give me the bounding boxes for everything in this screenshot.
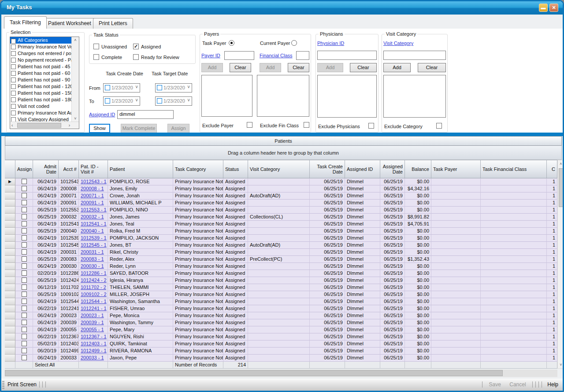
patient-visit-link[interactable]: 200040 - 1 bbox=[81, 228, 104, 233]
column-header-taskfin[interactable]: Task Financial Class bbox=[481, 160, 547, 178]
exclude-fin-class-checkbox[interactable] bbox=[304, 122, 309, 128]
patient-visit-link[interactable]: 1012553 - 1 bbox=[81, 207, 107, 212]
physician-listbox[interactable] bbox=[317, 75, 377, 118]
table-row[interactable]: 06/22/1910123671012367 - 1NGUYEN, RishiP… bbox=[5, 333, 557, 340]
assign-checkbox[interactable] bbox=[22, 348, 27, 353]
scroll-thumb[interactable] bbox=[17, 123, 61, 128]
table-row[interactable]: 06/24/1910125441012544 - 1Washington, Sa… bbox=[5, 298, 557, 305]
column-header-taskcat[interactable]: Task Category bbox=[173, 160, 223, 178]
item-checkbox[interactable] bbox=[11, 58, 16, 63]
assign-checkbox[interactable] bbox=[22, 292, 27, 297]
table-row[interactable]: 06/24/19200071200071 - 1Crowe, JonahPrim… bbox=[5, 192, 557, 200]
ready-for-review-checkbox[interactable] bbox=[133, 54, 139, 60]
assign-checkbox[interactable] bbox=[22, 179, 27, 184]
selection-list-item[interactable]: Patient has not paid - 150 d bbox=[10, 90, 72, 96]
assign-checkbox[interactable] bbox=[22, 242, 27, 248]
close-button[interactable]: ✕ bbox=[549, 4, 558, 12]
item-checkbox[interactable] bbox=[11, 111, 16, 115]
finclass-clear-button[interactable]: Clear bbox=[288, 63, 309, 72]
table-row[interactable]: 06/25/19200040200040 - 1Rolka, Fred MPri… bbox=[5, 228, 557, 235]
task-payer-radio[interactable] bbox=[229, 40, 234, 46]
assigned-checkbox[interactable] bbox=[133, 44, 139, 49]
date-checkbox[interactable] bbox=[105, 98, 110, 104]
table-row[interactable]: 06/25/19200032200032 - 1Jones, JamesPrim… bbox=[5, 214, 557, 221]
table-row[interactable]: 06/24/1910125411012541 - 1Jones, TealPri… bbox=[5, 221, 557, 228]
group-by-band[interactable]: Drag a column header here to group by th… bbox=[5, 146, 562, 160]
show-button[interactable]: Show bbox=[89, 124, 110, 133]
selection-list-item[interactable]: Primary Insurance Not Verif bbox=[10, 44, 72, 50]
cancel-button[interactable]: Cancel bbox=[509, 381, 526, 388]
patient-visit-link[interactable]: 200033 - 1 bbox=[81, 355, 104, 360]
assign-checkbox[interactable] bbox=[22, 270, 27, 276]
column-header-admit[interactable]: Admit Date bbox=[33, 160, 59, 178]
table-row[interactable]: 06/25/1910124241012424 - 2Iglesia, Hiran… bbox=[5, 277, 557, 284]
column-header-createdate[interactable]: Task Create Date bbox=[310, 160, 345, 178]
table-row[interactable]: 06/24/19200039200039 - 1Washington, Tamm… bbox=[5, 319, 557, 326]
physician-id-link[interactable]: Physician ID bbox=[317, 41, 344, 46]
selection-list-item[interactable]: Visit not coded bbox=[10, 103, 72, 110]
table-row[interactable]: 06/24/19200008200008 - 1Jones, EmilyPrim… bbox=[5, 185, 557, 192]
column-header-balance[interactable]: Balance bbox=[405, 160, 431, 178]
selection-horizontal-scrollbar[interactable]: ‹ › bbox=[10, 122, 79, 129]
table-row[interactable]: 06/24/1910125451012545 - 1Jones, BTPrima… bbox=[5, 242, 557, 249]
date-checkbox[interactable] bbox=[157, 98, 162, 104]
help-button[interactable]: Help bbox=[547, 381, 558, 388]
assign-checkbox[interactable] bbox=[22, 186, 27, 191]
payer-listbox[interactable] bbox=[201, 75, 252, 117]
selection-list-item[interactable]: Patient has not paid - 60 da bbox=[10, 70, 72, 77]
financial-class-link[interactable]: Financial Class bbox=[260, 53, 293, 58]
print-screen-button[interactable]: Print Screen bbox=[7, 381, 37, 388]
exclude-category-checkbox[interactable] bbox=[436, 123, 442, 129]
assigned-id-link[interactable]: Assigned ID bbox=[89, 112, 115, 117]
item-checkbox[interactable] bbox=[11, 44, 16, 49]
scroll-thumb[interactable] bbox=[559, 168, 563, 207]
patient-visit-link[interactable]: 200032 - 1 bbox=[81, 214, 104, 219]
to-target-datepicker[interactable]: 1/23/2020 ˅ bbox=[155, 96, 192, 106]
payer-add-button[interactable]: Add bbox=[201, 63, 223, 72]
assign-checkbox[interactable] bbox=[22, 306, 27, 311]
column-header-assigneddate[interactable]: Assigned Date bbox=[380, 160, 405, 178]
grid-vertical-scrollbar[interactable]: ˄ ˅ bbox=[557, 160, 564, 369]
patient-visit-link[interactable]: 200030 - 1 bbox=[81, 263, 104, 269]
column-header-patient[interactable]: Patient bbox=[108, 160, 173, 178]
column-header-c[interactable]: C bbox=[547, 160, 557, 178]
column-header-patvisit[interactable]: Pat. ID - Visit # bbox=[79, 160, 108, 178]
date-checkbox[interactable] bbox=[105, 85, 110, 90]
patient-visit-link[interactable]: 1012403 - 1 bbox=[81, 341, 107, 346]
exclude-physicians-checkbox[interactable] bbox=[368, 123, 374, 129]
selection-list-item[interactable]: Patient has not paid - 120 d bbox=[10, 83, 72, 90]
assign-checkbox[interactable] bbox=[22, 263, 27, 269]
table-row[interactable]: 06/25/1910091021009102 - 2MILLER, JOSEPH… bbox=[5, 291, 557, 298]
patient-visit-link[interactable]: 1012286 - 1 bbox=[81, 270, 107, 276]
table-row[interactable]: 06/12/1910117021011702 - 2THIELEN, SAMMI… bbox=[5, 284, 557, 291]
minimize-button[interactable]: ▬ bbox=[539, 4, 548, 12]
exclude-payer-checkbox[interactable] bbox=[247, 122, 252, 128]
patient-visit-link[interactable]: 200083 - 1 bbox=[81, 256, 104, 262]
patient-visit-link[interactable]: 200023 - 1 bbox=[81, 313, 104, 318]
patient-visit-link[interactable]: 200055 - 1 bbox=[81, 327, 104, 332]
from-create-datepicker[interactable]: 1/23/2020 ˅ bbox=[103, 83, 140, 92]
table-row[interactable]: 02/20/1910122861012286 - 1SAYED, BATOORP… bbox=[5, 270, 557, 277]
payer-clear-button[interactable]: Clear bbox=[230, 63, 251, 72]
item-checkbox[interactable] bbox=[11, 64, 16, 69]
table-row[interactable]: ▶06/24/1910125431012543 - 1POMPILIO, ROS… bbox=[5, 178, 557, 185]
scroll-thumb[interactable] bbox=[5, 370, 503, 376]
patient-visit-link[interactable]: 1012541 - 1 bbox=[81, 221, 107, 226]
visit-category-link[interactable]: Visit Category bbox=[383, 41, 413, 46]
assign-checkbox[interactable] bbox=[22, 313, 27, 318]
column-header-acct[interactable]: Acct # bbox=[59, 160, 79, 178]
table-row[interactable]: 06/24/19200023200023 - 1Pepe, MonicaPrim… bbox=[5, 312, 557, 319]
patient-visit-link[interactable]: 1012499 - 1 bbox=[81, 348, 107, 353]
assign-checkbox[interactable] bbox=[22, 285, 27, 290]
column-header-assign[interactable]: Assign bbox=[15, 160, 33, 178]
physician-add-button[interactable]: Add bbox=[317, 63, 343, 72]
item-checkbox[interactable] bbox=[11, 97, 16, 102]
table-row[interactable]: 06/22/1910122411012241 - 1FISHER, UmraoP… bbox=[5, 305, 557, 312]
patient-visit-link[interactable]: 1012539 - 1 bbox=[81, 235, 107, 240]
assign-checkbox[interactable] bbox=[22, 193, 27, 198]
assign-checkbox[interactable] bbox=[22, 299, 27, 304]
assign-checkbox[interactable] bbox=[22, 249, 27, 255]
assign-checkbox[interactable] bbox=[22, 214, 27, 219]
payer-id-link[interactable]: Payer ID bbox=[201, 53, 220, 58]
grid-horizontal-scrollbar[interactable] bbox=[5, 370, 557, 377]
